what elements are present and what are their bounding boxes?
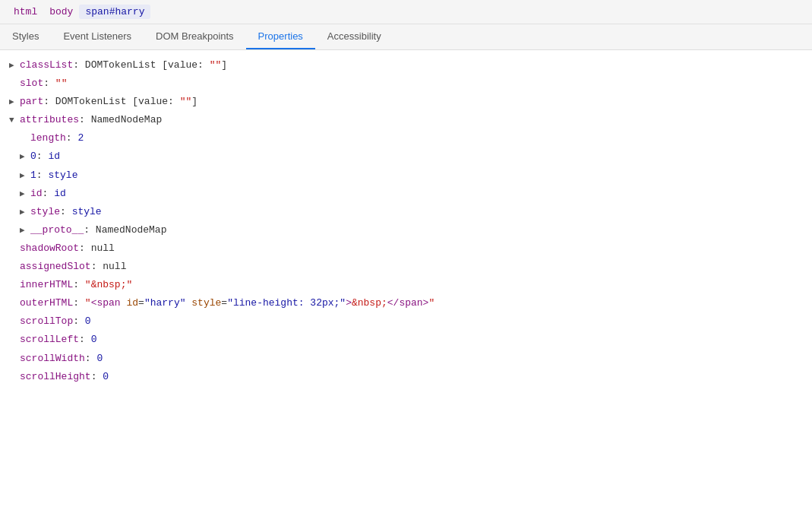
list-item: slot: "" — [9, 74, 803, 93]
toggle-classlist[interactable] — [9, 59, 20, 73]
tab-styles[interactable]: Styles — [0, 24, 51, 49]
list-item: 0: id — [9, 147, 803, 166]
breadcrumb-bar: html body span#harry — [0, 0, 812, 24]
properties-content: classList: DOMTokenList [value: ""] slot… — [0, 50, 812, 521]
toggle-proto[interactable] — [20, 223, 30, 238]
list-item: outerHTML: "<span id="harry" style="line… — [9, 294, 803, 312]
list-item: length: 2 — [9, 129, 803, 147]
list-item: innerHTML: "&nbsp;" — [9, 276, 803, 294]
list-item: scrollLeft: 0 — [9, 331, 803, 349]
tab-dom-breakpoints[interactable]: DOM Breakpoints — [144, 24, 246, 49]
toggle-attr-1[interactable] — [20, 169, 30, 183]
tab-properties[interactable]: Properties — [246, 24, 315, 49]
list-item: assignedSlot: null — [9, 258, 803, 276]
list-item: part: DOMTokenList [value: ""] — [9, 93, 803, 111]
toggle-part[interactable] — [9, 95, 20, 109]
list-item: classList: DOMTokenList [value: ""] — [9, 56, 803, 74]
toggle-attr-0[interactable] — [20, 150, 30, 164]
list-item: scrollTop: 0 — [9, 312, 803, 331]
breadcrumb-body[interactable]: body — [43, 5, 79, 19]
list-item: shadowRoot: null — [9, 239, 803, 258]
list-item: __proto__: NamedNodeMap — [9, 221, 803, 239]
tab-event-listeners[interactable]: Event Listeners — [51, 24, 144, 49]
list-item: 1: style — [9, 166, 803, 185]
list-item: attributes: NamedNodeMap — [9, 111, 803, 129]
tab-accessibility[interactable]: Accessibility — [315, 24, 393, 49]
tabs-bar: Styles Event Listeners DOM Breakpoints P… — [0, 24, 812, 50]
toggle-id[interactable] — [20, 187, 30, 201]
toggle-style[interactable] — [20, 205, 30, 220]
breadcrumb-html[interactable]: html — [8, 5, 43, 19]
list-item: id: id — [9, 185, 803, 203]
list-item: style: style — [9, 203, 803, 221]
list-item: scrollHeight: 0 — [9, 368, 803, 386]
list-item: scrollWidth: 0 — [9, 350, 803, 368]
toggle-attributes[interactable] — [9, 113, 20, 128]
breadcrumb-span[interactable]: span#harry — [79, 5, 150, 19]
